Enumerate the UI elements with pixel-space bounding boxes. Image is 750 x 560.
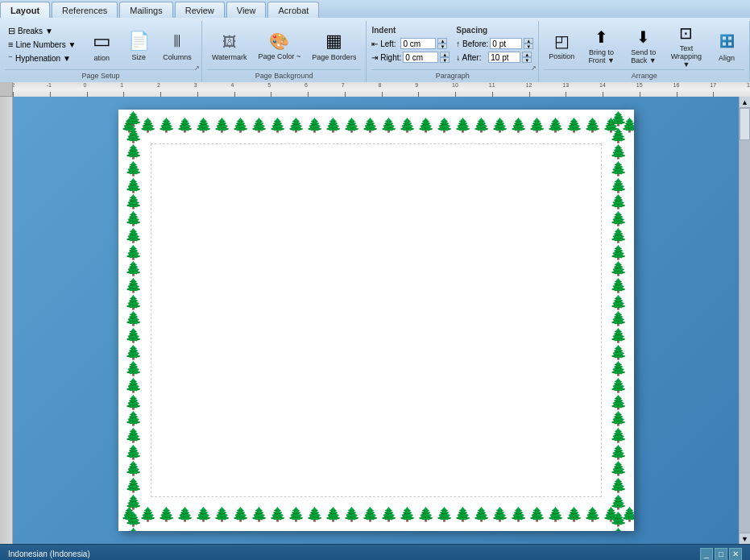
page-setup-items: ⊟ Breaks ▼ ≡ Line Numbers ▼ ⁻ Hyphenatio… xyxy=(5,23,197,69)
line-numbers-icon: ≡ xyxy=(8,39,13,49)
spacing-before-input[interactable] xyxy=(490,38,522,49)
page-background-items: 🖼 Watermark 🎨 Page Color ~ ▦ Page Border… xyxy=(207,23,362,69)
columns-icon: ⫴ xyxy=(173,31,181,52)
breaks-column: ⊟ Breaks ▼ ≡ Line Numbers ▼ ⁻ Hyphenatio… xyxy=(5,23,79,64)
scroll-track[interactable] xyxy=(740,108,750,533)
window-controls: _ □ ✕ xyxy=(700,548,742,561)
hyphenation-icon: ⁻ xyxy=(8,53,13,64)
arrange-items: ◰ Position ⬆ Bring to Front ▼ ⬇ Send to … xyxy=(544,23,744,69)
page-background-group: 🖼 Watermark 🎨 Page Color ~ ▦ Page Border… xyxy=(202,21,367,82)
align-icon: ⊞ xyxy=(719,30,735,52)
text-wrap-icon: ⊡ xyxy=(679,23,693,43)
arrange-label: Arrange xyxy=(544,69,744,81)
spacing-before-group: ↑ Before: ▲ ▼ xyxy=(456,37,533,50)
ribbon: ⊟ Breaks ▼ ≡ Line Numbers ▼ ⁻ Hyphenatio… xyxy=(0,18,750,82)
size-icon: 📄 xyxy=(128,31,150,52)
indent-left-group: ⇤ Left: ▲ ▼ xyxy=(371,37,450,50)
columns-button[interactable]: ⫴ Columns xyxy=(158,23,197,69)
watermark-button[interactable]: 🖼 Watermark xyxy=(207,23,252,69)
ruler-area: -2-10123456789101112131415161718 xyxy=(0,82,750,97)
position-icon: ◰ xyxy=(554,31,570,51)
vertical-ruler xyxy=(0,97,13,544)
indent-column: Indent ⇤ Left: ▲ ▼ ⇥ Right: ▲ ▼ xyxy=(371,24,450,64)
language-status: Indonesian (Indonesia) xyxy=(8,550,90,558)
spacing-after-label: ↓ After: xyxy=(456,53,487,62)
tab-layout[interactable]: Layout xyxy=(0,2,50,18)
page-setup-expand-icon[interactable]: ↗ xyxy=(194,64,200,72)
bring-front-button[interactable]: ⬆ Bring to Front ▼ xyxy=(581,23,622,69)
indent-left-label: ⇤ Left: xyxy=(371,39,399,48)
window-restore-button[interactable]: □ xyxy=(715,548,727,561)
spacing-after-spinner[interactable]: ▲ ▼ xyxy=(522,52,532,63)
indent-right-input[interactable] xyxy=(403,52,438,63)
scroll-up-button[interactable]: ▲ xyxy=(740,97,750,108)
indent-right-spinner[interactable]: ▲ ▼ xyxy=(440,52,450,63)
send-back-button[interactable]: ⬇ Send to Back ▼ xyxy=(624,23,664,69)
horizontal-ruler: -2-10123456789101112131415161718 xyxy=(13,82,750,97)
breaks-icon: ⊟ xyxy=(8,26,15,36)
size-button[interactable]: 📄 Size xyxy=(121,23,156,69)
page-setup-label: Page Setup xyxy=(5,69,197,81)
page-color-button[interactable]: 🎨 Page Color ~ xyxy=(254,23,306,69)
position-button[interactable]: ◰ Position xyxy=(544,23,579,69)
paragraph-label: Paragraph xyxy=(371,69,533,81)
arrange-group: ◰ Position ⬆ Bring to Front ▼ ⬇ Send to … xyxy=(539,21,750,82)
spacing-before-up[interactable]: ▲ xyxy=(524,38,533,44)
margins-button[interactable]: ▭ ation xyxy=(84,23,119,69)
indent-left-up[interactable]: ▲ xyxy=(437,38,447,44)
vertical-scrollbar[interactable]: ▲ ▼ xyxy=(739,97,750,544)
document-page[interactable]: 🌲🌲🌲🌲🌲🌲🌲🌲🌲🌲🌲🌲🌲🌲🌲🌲🌲🌲🌲🌲🌲🌲🌲🌲🌲🌲🌲🌲🌲🌲🌲🌲🌲🌲🌲🌲🌲🌲 🌲… xyxy=(118,110,634,531)
indent-left-input[interactable] xyxy=(400,38,436,49)
watermark-icon: 🖼 xyxy=(222,31,237,52)
spacing-before-down[interactable]: ▼ xyxy=(524,44,533,49)
tree-border-right: 🌲🌲🌲🌲🌲🌲🌲🌲🌲🌲🌲🌲🌲🌲🌲🌲🌲🌲🌲🌲🌲🌲🌲🌲🌲🌲🌲🌲🌲🌲 xyxy=(603,110,634,531)
tree-border-top: 🌲🌲🌲🌲🌲🌲🌲🌲🌲🌲🌲🌲🌲🌲🌲🌲🌲🌲🌲🌲🌲🌲🌲🌲🌲🌲🌲🌲🌲🌲🌲🌲🌲🌲🌲🌲🌲🌲 xyxy=(118,110,634,142)
paragraph-expand-icon[interactable]: ↗ xyxy=(531,64,537,72)
send-back-icon: ⬇ xyxy=(636,27,650,47)
margins-icon: ▭ xyxy=(93,30,111,52)
tab-review[interactable]: Review xyxy=(175,2,225,18)
breaks-button[interactable]: ⊟ Breaks ▼ xyxy=(5,24,79,37)
bring-front-icon: ⬆ xyxy=(595,27,608,47)
status-bar: Indonesian (Indonesia) _ □ ✕ xyxy=(0,544,750,560)
page-borders-icon: ▦ xyxy=(325,31,342,52)
paragraph-controls: Indent ⇤ Left: ▲ ▼ ⇥ Right: ▲ ▼ xyxy=(371,23,533,64)
spacing-column: Spacing ↑ Before: ▲ ▼ ↓ After: ▲ ▼ xyxy=(456,24,533,64)
line-numbers-button[interactable]: ≡ Line Numbers ▼ xyxy=(5,38,79,51)
scroll-thumb[interactable] xyxy=(740,108,750,140)
spacing-before-label: ↑ Before: xyxy=(456,39,488,48)
tab-acrobat[interactable]: Acrobat xyxy=(267,2,319,18)
tab-bar: Layout References Mailings Review View A… xyxy=(0,0,750,18)
text-wrap-button[interactable]: ⊡ Text Wrapping ▼ xyxy=(665,23,707,69)
page-content-area[interactable] xyxy=(151,143,602,497)
tab-mailings[interactable]: Mailings xyxy=(119,2,172,18)
page-background-label: Page Background xyxy=(207,69,362,81)
window-close-button[interactable]: ✕ xyxy=(729,548,742,561)
spacing-after-up[interactable]: ▲ xyxy=(522,52,532,57)
window-min-button[interactable]: _ xyxy=(700,548,713,561)
spacing-before-spinner[interactable]: ▲ ▼ xyxy=(524,38,533,49)
spacing-after-input[interactable] xyxy=(488,52,520,63)
page-setup-group: ⊟ Breaks ▼ ≡ Line Numbers ▼ ⁻ Hyphenatio… xyxy=(0,21,202,82)
indent-right-up[interactable]: ▲ xyxy=(440,52,450,57)
page-color-icon: 🎨 xyxy=(269,31,289,51)
paragraph-group: Indent ⇤ Left: ▲ ▼ ⇥ Right: ▲ ▼ xyxy=(367,21,539,82)
indent-right-down[interactable]: ▼ xyxy=(440,57,450,63)
hyphenation-button[interactable]: ⁻ Hyphenation ▼ xyxy=(5,52,79,64)
tree-border-left: 🌲🌲🌲🌲🌲🌲🌲🌲🌲🌲🌲🌲🌲🌲🌲🌲🌲🌲🌲🌲🌲🌲🌲🌲🌲🌲🌲🌲🌲🌲 xyxy=(118,110,149,531)
indent-left-down[interactable]: ▼ xyxy=(437,44,447,49)
spacing-after-down[interactable]: ▼ xyxy=(522,57,532,63)
document-canvas: 🌲🌲🌲🌲🌲🌲🌲🌲🌲🌲🌲🌲🌲🌲🌲🌲🌲🌲🌲🌲🌲🌲🌲🌲🌲🌲🌲🌲🌲🌲🌲🌲🌲🌲🌲🌲🌲🌲 🌲… xyxy=(13,97,739,544)
tab-view[interactable]: View xyxy=(226,2,267,18)
page-borders-button[interactable]: ▦ Page Borders xyxy=(307,23,361,69)
spacing-header: Spacing xyxy=(456,26,533,35)
scroll-down-button[interactable]: ▼ xyxy=(740,533,750,544)
main-area: 🌲🌲🌲🌲🌲🌲🌲🌲🌲🌲🌲🌲🌲🌲🌲🌲🌲🌲🌲🌲🌲🌲🌲🌲🌲🌲🌲🌲🌲🌲🌲🌲🌲🌲🌲🌲🌲🌲 🌲… xyxy=(0,97,750,544)
indent-header: Indent xyxy=(371,26,450,35)
tree-border-bottom: 🌲🌲🌲🌲🌲🌲🌲🌲🌲🌲🌲🌲🌲🌲🌲🌲🌲🌲🌲🌲🌲🌲🌲🌲🌲🌲🌲🌲🌲🌲🌲🌲🌲🌲🌲🌲🌲🌲 xyxy=(118,499,634,531)
tab-references[interactable]: References xyxy=(52,2,118,18)
ruler-corner xyxy=(0,82,13,97)
indent-left-spinner[interactable]: ▲ ▼ xyxy=(437,38,447,49)
indent-right-label: ⇥ Right: xyxy=(371,53,401,62)
align-button[interactable]: ⊞ Align xyxy=(709,23,744,69)
